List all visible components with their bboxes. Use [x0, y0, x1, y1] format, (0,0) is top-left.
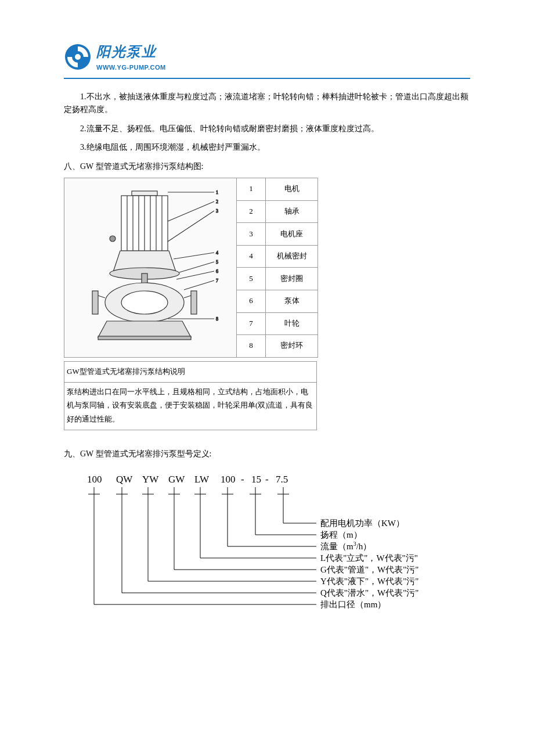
- part-num: 4: [237, 245, 266, 268]
- svg-point-36: [110, 236, 116, 242]
- paragraph-2: 2.流量不足、扬程低。电压偏低、叶轮转向错或耐磨密封磨损；液体重度粒度过高。: [64, 123, 470, 135]
- svg-line-15: [168, 211, 214, 242]
- part-num: 5: [237, 268, 266, 290]
- part-num: 1: [237, 178, 266, 200]
- label-dia: 排出口径（mm）: [320, 600, 386, 609]
- logo-icon: [64, 43, 92, 71]
- table-row: 3电机座: [237, 223, 318, 246]
- section-9-title: 九、GW 型管道式无堵塞排污泵型号定义:: [64, 448, 470, 460]
- svg-text:6: 6: [216, 269, 218, 274]
- svg-rect-26: [191, 291, 197, 314]
- part-num: 6: [237, 290, 266, 312]
- table-row: 1电机: [237, 178, 318, 200]
- svg-point-1: [75, 54, 81, 60]
- label-Y: Y代表"液下"，W代表"污": [320, 577, 418, 586]
- table-row: 7叶轮: [237, 312, 318, 335]
- part-name: 电机: [266, 178, 318, 200]
- part-name: 机械密封: [266, 245, 318, 268]
- svg-line-19: [179, 262, 214, 272]
- svg-point-24: [121, 291, 168, 314]
- svg-text:4: 4: [216, 250, 218, 255]
- svg-text:1: 1: [216, 190, 218, 195]
- part-name: 电机座: [266, 223, 318, 246]
- svg-text:3: 3: [216, 208, 218, 214]
- model-code: QW: [116, 474, 133, 485]
- part-num: 8: [237, 335, 266, 358]
- label-head: 扬程（m）: [320, 530, 362, 539]
- svg-line-27: [98, 296, 105, 298]
- logo-text-cn: 阳光泵业: [96, 41, 166, 63]
- model-code: 15: [251, 474, 261, 485]
- paragraph-3: 3.绝缘电阻低，周围环境潮湿，机械密封严重漏水。: [64, 141, 470, 154]
- svg-line-29: [184, 280, 214, 290]
- label-G: G代表"管道"，W代表"污": [320, 565, 418, 574]
- svg-text:8: 8: [216, 316, 218, 322]
- svg-text:5: 5: [216, 260, 218, 265]
- svg-text:7: 7: [216, 278, 218, 283]
- desc-body: 泵结构进出口在同一水平线上，且规格相同，立式结构，占地面积小，电机与泵同轴，设有…: [64, 382, 317, 430]
- part-num: 3: [237, 223, 266, 246]
- table-row: 5密封圈: [237, 268, 318, 290]
- model-code: YW: [142, 474, 159, 485]
- logo: 阳光泵业 WWW.YG-PUMP.COM: [64, 41, 470, 73]
- paragraph-1: 1.不出水，被抽送液体重度与粒度过高；液流道堵塞；叶轮转向错；棒料抽进叶轮被卡；…: [64, 91, 470, 117]
- label-Q: Q代表"潜水"，W代表"污": [320, 588, 418, 597]
- part-name: 轴承: [266, 200, 318, 223]
- parts-table: 1电机 2轴承 3电机座 4机械密封 5密封圈 6泵体 7叶轮 8密封环: [236, 178, 318, 358]
- part-name: 泵体: [266, 290, 318, 312]
- svg-line-28: [184, 296, 191, 298]
- label-flow: 流量（m3/h）: [320, 541, 371, 551]
- table-row: 6泵体: [237, 290, 318, 312]
- svg-line-32: [174, 253, 214, 259]
- document-body: 1.不出水，被抽送液体重度与粒度过高；液流道堵塞；叶轮转向错；棒料抽进叶轮被卡；…: [64, 91, 470, 628]
- part-name: 密封圈: [266, 268, 318, 290]
- svg-rect-2: [132, 191, 157, 196]
- model-code: GW: [168, 474, 185, 485]
- part-num: 2: [237, 200, 266, 223]
- table-row: 8密封环: [237, 335, 318, 358]
- page-header: 阳光泵业 WWW.YG-PUMP.COM: [64, 41, 470, 79]
- section-8-title: 八、GW 型管道式无堵塞排污泵结构图:: [64, 160, 470, 173]
- desc-title: GW型管道式无堵塞排污泵结构说明: [64, 361, 317, 382]
- model-code: -: [265, 474, 269, 485]
- model-code: -: [241, 474, 244, 485]
- table-row: 2轴承: [237, 200, 318, 223]
- logo-text-en: WWW.YG-PUMP.COM: [96, 63, 166, 73]
- model-code: 7.5: [276, 474, 288, 485]
- model-code: 100: [87, 474, 102, 485]
- part-name: 密封环: [266, 335, 318, 358]
- header-divider: [64, 78, 470, 79]
- description-table: GW型管道式无堵塞排污泵结构说明 泵结构进出口在同一水平线上，且规格相同，立式结…: [64, 361, 317, 430]
- table-row: 4机械密封: [237, 245, 318, 268]
- svg-text:2: 2: [216, 199, 218, 204]
- label-L: L代表"立式"，W代表"污": [320, 553, 418, 563]
- svg-rect-25: [92, 291, 98, 314]
- part-name: 叶轮: [266, 312, 318, 335]
- svg-line-21: [176, 271, 214, 279]
- pump-cross-section-diagram: 1 2 3 5 6: [64, 178, 237, 358]
- model-code: 100: [221, 474, 236, 485]
- structure-figure: 1 2 3 5 6: [64, 178, 470, 358]
- label-power: 配用电机功率（KW）: [320, 519, 405, 528]
- part-num: 7: [237, 312, 266, 335]
- model-definition-diagram: 100 QW YW GW LW 100 - 15 - 7.5: [81, 472, 470, 627]
- svg-rect-31: [98, 336, 191, 340]
- svg-line-13: [168, 201, 214, 221]
- model-code: LW: [194, 474, 210, 485]
